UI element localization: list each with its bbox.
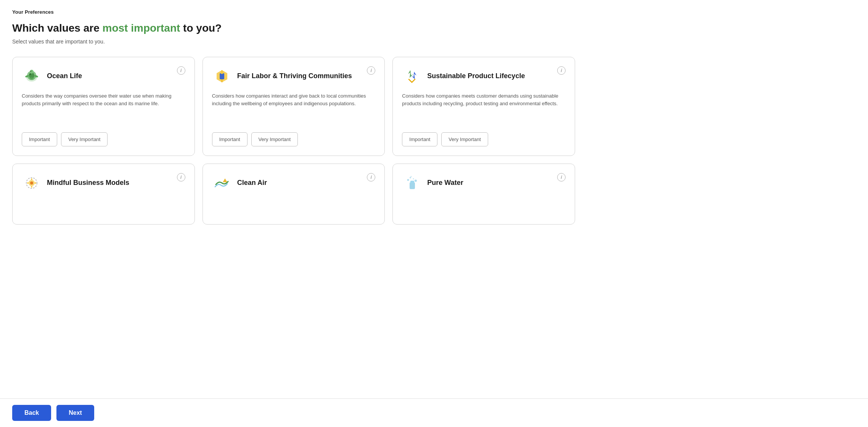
- turtle-icon: [22, 66, 42, 86]
- card-title-row: Pure Water: [402, 173, 557, 193]
- info-icon-clean-air[interactable]: i: [367, 173, 375, 181]
- card-fair-labor: Fair Labor & Thriving Communities i Cons…: [203, 57, 385, 156]
- next-button[interactable]: Next: [56, 405, 94, 421]
- card-description-fair-labor: Considers how companies interact and giv…: [212, 92, 376, 125]
- btn-important-ocean-life[interactable]: Important: [22, 132, 57, 146]
- page-subtitle: Your Preferences: [12, 9, 575, 15]
- helmet-icon: [212, 66, 232, 86]
- card-title-pure-water: Pure Water: [427, 178, 463, 187]
- title-prefix: Which values are: [12, 22, 103, 34]
- info-icon-sustainable-product[interactable]: i: [557, 66, 566, 75]
- card-buttons-sustainable-product: Important Very Important: [402, 132, 566, 146]
- btn-very-important-fair-labor[interactable]: Very Important: [251, 132, 298, 146]
- svg-point-16: [27, 182, 29, 184]
- water-icon: [402, 173, 422, 193]
- info-icon-pure-water[interactable]: i: [557, 173, 566, 181]
- card-header: Mindful Business Models i: [22, 173, 185, 193]
- card-title-row: Fair Labor & Thriving Communities: [212, 66, 367, 86]
- info-icon-mindful-business[interactable]: i: [177, 173, 185, 181]
- svg-point-24: [415, 180, 417, 182]
- btn-very-important-sustainable-product[interactable]: Very Important: [441, 132, 488, 146]
- svg-point-3: [29, 74, 31, 75]
- info-icon-ocean-life[interactable]: i: [177, 66, 185, 75]
- card-header: Sustainable Product Lifecycle i: [402, 66, 566, 86]
- svg-rect-19: [410, 182, 415, 189]
- card-buttons-fair-labor: Important Very Important: [212, 132, 376, 146]
- recycle-icon: [402, 66, 422, 86]
- card-buttons-ocean-life: Important Very Important: [22, 132, 185, 146]
- svg-point-13: [30, 181, 33, 185]
- back-button[interactable]: Back: [12, 405, 51, 421]
- card-title-mindful-business: Mindful Business Models: [47, 178, 129, 187]
- card-title-row: Mindful Business Models: [22, 173, 177, 193]
- card-header: Ocean Life i: [22, 66, 185, 86]
- card-header: Clean Air i: [212, 173, 376, 193]
- card-title-ocean-life: Ocean Life: [47, 72, 82, 80]
- page-description: Select values that are important to you.: [12, 39, 575, 45]
- cards-grid: Ocean Life i Considers the way companies…: [12, 57, 575, 225]
- card-title-row: Clean Air: [212, 173, 367, 193]
- card-header: Fair Labor & Thriving Communities i: [212, 66, 376, 86]
- svg-rect-9: [220, 73, 224, 79]
- svg-point-7: [30, 70, 34, 74]
- info-icon-fair-labor[interactable]: i: [367, 66, 375, 75]
- svg-point-23: [413, 178, 414, 179]
- card-ocean-life: Ocean Life i Considers the way companies…: [12, 57, 195, 156]
- card-title-row: Sustainable Product Lifecycle: [402, 66, 557, 86]
- svg-point-21: [407, 179, 409, 181]
- card-title-row: Ocean Life: [22, 66, 177, 86]
- svg-point-10: [220, 71, 223, 74]
- card-sustainable-product: Sustainable Product Lifecycle i Consider…: [392, 57, 575, 156]
- card-mindful-business: Mindful Business Models i: [12, 164, 195, 225]
- btn-very-important-ocean-life[interactable]: Very Important: [61, 132, 108, 146]
- page-title: Which values are most important to you?: [12, 22, 575, 35]
- business-icon: [22, 173, 42, 193]
- svg-point-14: [31, 178, 32, 180]
- btn-important-sustainable-product[interactable]: Important: [402, 132, 437, 146]
- air-icon: [212, 173, 232, 193]
- card-clean-air: Clean Air i: [203, 164, 385, 225]
- svg-point-15: [31, 186, 32, 188]
- svg-rect-20: [410, 181, 414, 183]
- btn-important-fair-labor[interactable]: Important: [212, 132, 248, 146]
- card-title-fair-labor: Fair Labor & Thriving Communities: [237, 72, 352, 80]
- bottom-nav: Back Next: [0, 398, 868, 427]
- card-description-sustainable-product: Considers how companies meets customer d…: [402, 92, 566, 125]
- card-title-clean-air: Clean Air: [237, 178, 267, 187]
- svg-point-25: [411, 176, 412, 177]
- title-suffix: to you?: [180, 22, 222, 34]
- card-pure-water: Pure Water i: [392, 164, 575, 225]
- svg-point-4: [29, 77, 34, 80]
- svg-point-22: [410, 177, 411, 178]
- card-description-ocean-life: Considers the way companies oversee thei…: [22, 92, 185, 125]
- title-highlight: most important: [103, 22, 180, 34]
- page-wrapper: Your Preferences Which values are most i…: [0, 0, 587, 427]
- svg-marker-18: [223, 178, 227, 182]
- card-title-sustainable-product: Sustainable Product Lifecycle: [427, 72, 525, 80]
- svg-point-8: [31, 71, 31, 72]
- card-header: Pure Water i: [402, 173, 566, 193]
- svg-point-17: [35, 182, 36, 184]
